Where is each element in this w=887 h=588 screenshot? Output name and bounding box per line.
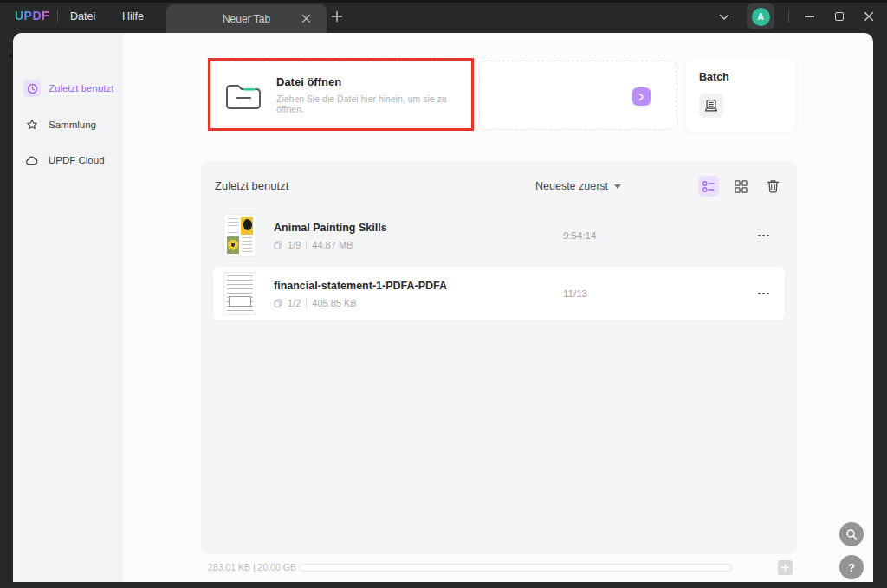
meta-divider [306, 299, 307, 307]
menu-datei[interactable]: Datei [70, 10, 95, 23]
sidebar-item-updf-cloud[interactable]: UPDF Cloud [23, 152, 105, 169]
open-file-card[interactable]: Datei öffnen Ziehen Sie die Datei hier h… [210, 61, 472, 129]
file-pages: 1/2 [288, 298, 301, 308]
minimize-button[interactable] [801, 9, 817, 24]
batch-card-title: Batch [699, 71, 782, 83]
file-time: 11/13 [563, 288, 587, 299]
batch-card[interactable]: Batch [686, 59, 795, 132]
expand-chevron-badge[interactable] [632, 87, 651, 106]
recent-panel-title: Zuletzt benutzt [215, 179, 288, 192]
meta-divider [306, 241, 307, 249]
file-meta: 1/9 44.87 MB [274, 240, 387, 250]
app-window: UPDF Datei Hilfe Neuer Tab A [0, 0, 887, 588]
tab-label: Neuer Tab [223, 13, 270, 25]
star-icon [23, 116, 41, 133]
file-name: Animal Painting Skills [274, 222, 387, 234]
maximize-button[interactable] [832, 9, 847, 24]
file-size: 44.87 MB [312, 240, 353, 250]
menu-hilfe[interactable]: Hilfe [122, 10, 144, 23]
chevron-down-icon[interactable] [719, 14, 729, 21]
sidebar-item-label: Sammlung [49, 120, 96, 130]
sort-label: Neueste zuerst [535, 180, 608, 192]
help-fab[interactable]: ? [839, 555, 864, 579]
file-name: financial-statement-1-PDFA-PDFA [274, 280, 447, 292]
trash-icon[interactable] [762, 176, 783, 197]
sidebar-item-label: Zuletzt benutzt [49, 83, 113, 94]
titlebar-divider [788, 10, 789, 23]
open-card-text: Datei öffnen Ziehen Sie die Datei hier h… [276, 75, 471, 114]
file-info: financial-statement-1-PDFA-PDFA 1/2 405.… [274, 280, 447, 308]
storage-progress-bar [299, 564, 732, 572]
tab-close-icon[interactable] [301, 14, 311, 23]
open-card-subtitle: Ziehen Sie die Datei hier hinein, um sie… [276, 94, 471, 114]
batch-icon [699, 94, 723, 118]
sidebar-item-label: UPDF Cloud [49, 155, 105, 165]
avatar: A [752, 8, 770, 26]
pages-icon [274, 299, 282, 307]
more-options-icon[interactable] [756, 229, 771, 242]
caret-down-icon [614, 184, 621, 189]
storage-usage-label: 283.01 KB | 20.00 GB [208, 562, 296, 572]
drop-zone-card[interactable] [479, 61, 677, 130]
file-time: 9:54:14 [563, 230, 596, 241]
pages-icon [274, 241, 282, 249]
titlebar-divider [57, 10, 58, 23]
file-size: 405.85 KB [312, 298, 356, 308]
tab-neuer-tab[interactable]: Neuer Tab [166, 4, 327, 33]
more-options-icon[interactable] [756, 288, 771, 300]
file-meta: 1/2 405.85 KB [274, 298, 447, 308]
folder-icon [224, 80, 262, 111]
titlebar: UPDF Datei Hilfe Neuer Tab A [0, 0, 887, 33]
updf-logo: UPDF [15, 9, 49, 23]
sidebar-item-sammlung[interactable]: Sammlung [23, 116, 96, 133]
cloud-icon [23, 152, 41, 169]
open-card-title: Datei öffnen [276, 75, 471, 88]
close-button[interactable] [861, 9, 877, 24]
search-fab[interactable] [839, 522, 864, 546]
file-thumbnail [223, 214, 256, 257]
content-area: Zuletzt benutzt Sammlung UPDF Cloud [13, 33, 873, 582]
list-view-icon[interactable] [698, 176, 719, 197]
new-tab-icon[interactable] [331, 10, 343, 23]
file-row[interactable]: financial-statement-1-PDFA-PDFA 1/2 405.… [213, 267, 785, 320]
view-toggle-group [698, 176, 783, 197]
sort-dropdown[interactable]: Neueste zuerst [535, 180, 621, 192]
file-info: Animal Painting Skills 1/9 44.87 MB [274, 222, 387, 250]
add-storage-button[interactable] [778, 560, 793, 575]
sidebar-item-zuletzt-benutzt[interactable]: Zuletzt benutzt [23, 80, 113, 97]
sidebar: Zuletzt benutzt Sammlung UPDF Cloud [13, 33, 123, 582]
file-row[interactable]: Animal Painting Skills 1/9 44.87 MB 9:54… [213, 209, 785, 262]
account-button[interactable]: A [747, 3, 774, 29]
clock-icon [23, 80, 41, 97]
grid-view-icon[interactable] [730, 176, 751, 197]
recent-files-panel: Zuletzt benutzt Neueste zuerst [201, 161, 797, 554]
search-icon [845, 528, 858, 540]
question-mark-icon: ? [848, 561, 855, 574]
file-pages: 1/9 [288, 240, 301, 250]
file-thumbnail [223, 272, 256, 315]
